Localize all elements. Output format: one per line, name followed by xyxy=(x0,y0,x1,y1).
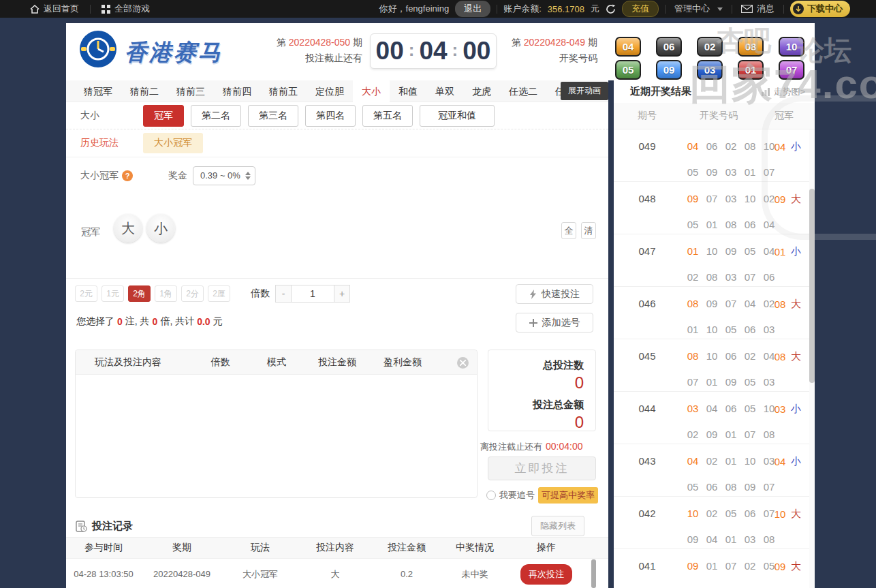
draw-num: 01 xyxy=(704,376,719,388)
tab-大小[interactable]: 大小 xyxy=(353,80,390,102)
draw-num: 06 xyxy=(742,219,757,230)
tab-任选二[interactable]: 任选二 xyxy=(500,80,546,102)
refresh-icon[interactable] xyxy=(606,4,616,14)
sidebar-scrollbar[interactable] xyxy=(809,129,815,588)
draw-num: 05 xyxy=(685,481,700,493)
record-cell: 20220428-049 xyxy=(141,569,223,579)
amount-2分[interactable]: 2分 xyxy=(181,285,204,302)
draw-num: 02 xyxy=(685,429,700,440)
multiplier-plus-button[interactable]: + xyxy=(334,285,350,303)
last-issue-number: 20220428-049 xyxy=(524,37,585,48)
chase-label: 我要追号 xyxy=(499,489,535,501)
bonus-select[interactable]: 0.39 ~ 0% xyxy=(193,166,255,185)
history-play-tag[interactable]: 大小冠军 xyxy=(143,133,203,153)
admin-center-label: 管理中心 xyxy=(674,3,710,15)
champion-number: 09 xyxy=(772,194,787,205)
current-play-label: 大小冠军 xyxy=(80,170,119,182)
sidebar-scrollbar-thumb[interactable] xyxy=(809,189,815,383)
tab-猜前五[interactable]: 猜前五 xyxy=(260,80,307,102)
position-冠亚和值[interactable]: 冠亚和值 xyxy=(420,105,495,127)
game-nav: 猜冠军猜前二猜前三猜前四猜前五定位胆大小和值单双龙虎任选二任选三 展开动画 xyxy=(66,80,608,102)
tab-猜前二[interactable]: 猜前二 xyxy=(121,80,168,102)
multiplier-input[interactable] xyxy=(292,285,334,303)
tab-和值[interactable]: 和值 xyxy=(390,80,426,102)
sidebar-rows: 0490406020810050903010704小04809070310020… xyxy=(614,129,815,588)
draw-num: 07 xyxy=(685,376,700,388)
position-第三名[interactable]: 第三名 xyxy=(248,105,298,127)
pick-大[interactable]: 大 xyxy=(114,214,142,243)
draw-num: 03 xyxy=(723,271,738,283)
champion-number: 04 xyxy=(772,141,787,153)
champion-cell: 09大 xyxy=(772,560,801,573)
clear-button[interactable]: 清 xyxy=(581,222,596,239)
records-title: 投注记录 xyxy=(92,520,133,533)
position-冠军[interactable]: 冠军 xyxy=(143,105,184,127)
countdown-seconds: 00 xyxy=(463,37,490,65)
current-issue-block: 第 20220428-050 期 投注截止还有 xyxy=(270,35,362,66)
messages-link[interactable]: 消息 xyxy=(738,3,777,15)
expand-animation-button[interactable]: 展开动画 xyxy=(561,82,608,100)
champion-size: 大 xyxy=(791,508,801,521)
chase-radio[interactable] xyxy=(486,491,496,500)
recharge-button[interactable]: 充值 xyxy=(622,1,659,17)
champion-number: 10 xyxy=(772,508,787,520)
total-amount-label: 投注总金额 xyxy=(488,399,584,412)
quick-bet-button[interactable]: 快速投注 xyxy=(516,284,593,304)
tab-猜前三[interactable]: 猜前三 xyxy=(168,80,214,102)
home-link[interactable]: 返回首页 xyxy=(19,3,90,15)
quick-bet-label: 快速投注 xyxy=(542,288,580,300)
multiplier-minus-button[interactable]: - xyxy=(275,285,292,303)
draw-num: 03 xyxy=(742,533,757,545)
draw-ball-05: 05 xyxy=(615,60,641,80)
download-center-button[interactable]: 下载中心 xyxy=(790,1,850,17)
tab-猜冠军[interactable]: 猜冠军 xyxy=(75,80,121,102)
position-第五名[interactable]: 第五名 xyxy=(362,105,413,127)
all-games-link[interactable]: 全部游戏 xyxy=(91,3,161,15)
plus-icon xyxy=(529,319,537,327)
bet-now-button[interactable]: 立即投注 xyxy=(488,457,596,480)
logo-text: 香港赛马 xyxy=(125,37,223,68)
deadline-label: 投注截止还有 xyxy=(270,50,362,66)
select-all-button[interactable]: 全 xyxy=(561,222,576,239)
multiplier-stepper: - + xyxy=(275,285,350,303)
draw-line-2: 0209010708 xyxy=(685,429,777,440)
draw-num: 08 xyxy=(723,481,738,493)
draw-num: 01 xyxy=(723,455,738,467)
hide-list-button[interactable]: 隐藏列表 xyxy=(531,516,584,536)
draw-num: 09 xyxy=(704,166,719,178)
position-第二名[interactable]: 第二名 xyxy=(191,105,241,127)
tab-猜前四[interactable]: 猜前四 xyxy=(214,80,260,102)
draw-ball-01: 01 xyxy=(738,60,764,80)
rebet-button[interactable]: 再次投注 xyxy=(520,564,572,585)
grid-icon xyxy=(101,5,110,14)
draw-line-1: 0406020810 xyxy=(685,140,777,152)
pick-小[interactable]: 小 xyxy=(146,214,175,243)
records-scrollbar[interactable] xyxy=(591,559,596,588)
tab-单双[interactable]: 单双 xyxy=(426,80,463,102)
amount-2角[interactable]: 2角 xyxy=(128,285,151,302)
draw-line-2: 0110050603 xyxy=(685,324,777,335)
position-第四名[interactable]: 第四名 xyxy=(305,105,356,127)
divider xyxy=(497,5,497,14)
admin-center-menu[interactable]: 管理中心 xyxy=(672,3,725,15)
tab-龙虎[interactable]: 龙虎 xyxy=(463,80,500,102)
tab-定位胆[interactable]: 定位胆 xyxy=(307,80,353,102)
issue-suffix: 期 xyxy=(353,37,362,48)
divider xyxy=(665,5,666,14)
history-label: 历史玩法 xyxy=(80,137,143,149)
logout-button[interactable]: 退出 xyxy=(455,1,490,17)
add-selection-button[interactable]: 添加选号 xyxy=(516,313,593,332)
record-cell: 大 xyxy=(298,568,373,581)
help-icon[interactable]: ? xyxy=(122,170,133,181)
close-icon[interactable] xyxy=(457,357,469,369)
all-games-label: 全部游戏 xyxy=(114,3,150,15)
draw-num: 07 xyxy=(742,271,757,283)
amount-2厘[interactable]: 2厘 xyxy=(208,285,230,302)
amount-1角[interactable]: 1角 xyxy=(155,285,177,302)
trend-chart-link[interactable]: 走势图> xyxy=(761,86,805,98)
draw-num: 02 xyxy=(704,455,719,467)
draw-num: 05 xyxy=(685,219,700,230)
amount-1元[interactable]: 1元 xyxy=(101,285,124,302)
amount-2元[interactable]: 2元 xyxy=(75,285,97,302)
add-selection-label: 添加选号 xyxy=(542,317,580,329)
